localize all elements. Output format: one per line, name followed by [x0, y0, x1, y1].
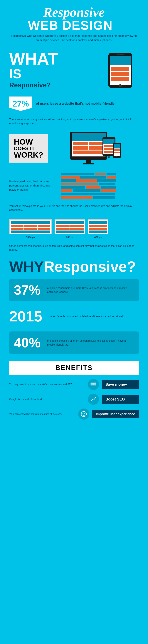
how-label: HOW [14, 138, 43, 146]
layout-box-480 [88, 219, 108, 234]
stat-40-desc: of people choose a different search resu… [47, 339, 134, 347]
stat-37-desc: of online consumers are more likely to p… [47, 286, 134, 294]
svg-rect-15 [73, 150, 104, 154]
bar-blue-11 [93, 196, 115, 198]
benefits-section: BENEFITS You only need to work on one si… [0, 357, 148, 429]
does-it-label: DOES IT [14, 146, 43, 151]
bar-row-6 [61, 189, 139, 192]
what-is-section: WHAT IS Responsive? [0, 46, 148, 93]
bar-row-7 [61, 193, 139, 195]
svg-rect-11 [73, 142, 88, 145]
title-responsive: Responsive [11, 6, 137, 19]
bar-orange-8 [101, 189, 116, 192]
benefit-row-2: Google likes mobile-friendly sites. Boos… [9, 394, 139, 405]
stat-2015-desc: when Google introduced mobile-friendline… [50, 314, 123, 318]
benefit-icon-3 [78, 408, 89, 420]
cell-blue-2 [56, 230, 84, 233]
svg-point-24 [108, 156, 110, 158]
smile-icon [80, 411, 87, 418]
benefit-row-3: Your content will be consistent across a… [9, 408, 139, 420]
svg-rect-7 [117, 54, 124, 55]
benefit-label-2: Boost SEO [102, 395, 139, 404]
why-title: WHYResponsive? [9, 259, 139, 274]
layout-label-768: 768 px [66, 236, 74, 238]
percent-27-section: 27% of users leave a website that's not … [0, 93, 148, 115]
svg-rect-12 [89, 142, 104, 145]
stat-2015-number: 2015 [9, 308, 46, 325]
header-section: Responsive WEB DESIGN_ Responsive Web De… [0, 0, 148, 46]
svg-rect-10 [72, 133, 106, 141]
benefit-left-text-3: Your content will be consistent across a… [9, 412, 75, 416]
cell-blue-3 [89, 230, 107, 233]
bars-container [61, 172, 139, 198]
svg-rect-2 [110, 56, 131, 65]
svg-rect-17 [83, 163, 94, 164]
why-section: WHYResponsive? [0, 256, 148, 276]
benefit-desc-3: Your content will be consistent across a… [9, 412, 62, 415]
bar-blue-8 [101, 186, 116, 188]
layout-label-1024: 1024 px [26, 236, 35, 238]
bar-blue-6 [99, 182, 115, 185]
inner-row-3 [11, 230, 50, 233]
cell-orange-7 [56, 225, 70, 227]
bar-orange-3 [107, 176, 116, 178]
work-label: WORK? [14, 151, 43, 159]
percent-27-text: of users leave a website that's not mobi… [36, 101, 115, 106]
svg-rect-28 [114, 149, 120, 151]
cell-orange-6 [38, 228, 50, 230]
cell-orange-2 [24, 225, 37, 227]
percent-27-badge: 27% [9, 96, 32, 111]
inner-rows-1024 [11, 225, 50, 233]
benefit-left-text-1: You only need to work on one site's code… [9, 383, 85, 386]
bar-orange-9 [61, 196, 92, 198]
bar-blue-10 [61, 193, 115, 195]
svg-rect-21 [104, 145, 114, 147]
benefit-label-1: Save money [102, 380, 139, 389]
stat-40-number: 40% [14, 335, 43, 350]
cell-orange-8 [70, 225, 84, 227]
benefit-left-text-2: Google likes mobile-friendly sites. [9, 398, 85, 401]
svg-rect-5 [111, 77, 129, 81]
header-subtitle: Responsive Web Design is where you desig… [11, 34, 137, 42]
bar-blue [61, 172, 94, 175]
bar-blue-5 [97, 179, 116, 182]
stat-37-box: 37% of online consumers are more likely … [9, 279, 139, 302]
svg-rect-29 [114, 152, 120, 153]
inner-row-2 [11, 228, 50, 230]
how-section: HOW DOES IT WORK? [0, 128, 148, 169]
layout-demo-section: 1024 px 768 px [0, 216, 148, 242]
bar-row-3 [61, 179, 139, 182]
how-text-box: HOW DOES IT WORK? [9, 134, 48, 162]
fluid-section: It's designed using fluid grids and perc… [0, 169, 148, 202]
cell-orange-5 [24, 228, 37, 230]
phone-icon-area [102, 52, 139, 89]
layout-header-bar [11, 221, 50, 224]
svg-point-36 [81, 412, 86, 417]
inner-row-1 [11, 225, 50, 227]
breakpoints-text: You set up 'breakpoints' in your CSS fil… [0, 202, 148, 216]
bar-blue-2 [107, 172, 116, 175]
benefit-desc-2: Google likes mobile-friendly sites. [9, 398, 45, 400]
cell-orange-11 [89, 225, 107, 227]
svg-point-6 [119, 84, 122, 87]
bar-row-1 [61, 172, 139, 175]
stat-40-box: 40% of people choose a different search … [9, 332, 139, 354]
bar-orange-2 [61, 176, 79, 178]
benefit-label-3: Improve user experience [92, 410, 139, 418]
bar-row-5 [61, 186, 139, 188]
inner-row-4 [56, 225, 84, 227]
bar-orange-7 [61, 189, 72, 192]
benefits-title-box: BENEFITS [9, 360, 139, 375]
info-text-1: There are now too many devices to keep t… [0, 115, 148, 128]
bar-row-4 [61, 182, 139, 185]
benefit-desc-1: You only need to work on one site's code… [9, 383, 73, 386]
layout-768: 768 px [55, 219, 85, 238]
fluid-bars [61, 172, 139, 198]
money-icon: £ [90, 381, 97, 388]
layout-1024: 1024 px [9, 219, 52, 238]
bar-blue-7 [61, 186, 85, 188]
svg-rect-27 [114, 144, 120, 148]
chart-icon [90, 396, 97, 402]
devices-svg [70, 132, 122, 165]
layout-label-480: 480 px [94, 236, 102, 238]
